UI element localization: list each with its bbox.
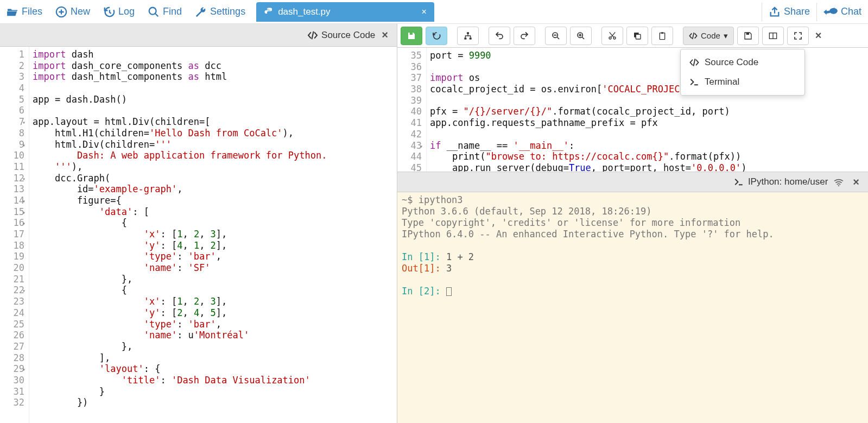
dropdown-source-code[interactable]: Source Code xyxy=(681,53,804,72)
save-icon xyxy=(407,31,416,40)
terminal-line: Python 3.6.6 (default, Sep 12 2018, 18:2… xyxy=(402,206,864,217)
terminal-icon xyxy=(689,78,699,86)
terminal-cursor xyxy=(446,287,452,296)
code-dropdown-button[interactable]: Code ▾ xyxy=(683,27,734,45)
find-label: Find xyxy=(163,6,182,17)
split-button[interactable] xyxy=(762,27,784,45)
settings-button[interactable]: Settings xyxy=(188,3,252,21)
history-icon xyxy=(103,6,115,18)
zoom-in-icon xyxy=(576,31,585,40)
zoom-out-icon xyxy=(552,31,560,40)
terminal-close-icon[interactable]: × xyxy=(850,176,863,188)
left-panel-close-icon[interactable]: × xyxy=(378,29,391,41)
caret-down-icon: ▾ xyxy=(724,31,728,41)
left-code-body[interactable]: import dashimport dash_core_components a… xyxy=(29,47,397,423)
save-icon xyxy=(744,31,752,40)
share-label: Share xyxy=(784,6,810,17)
svg-rect-3 xyxy=(467,32,469,34)
chat-icon xyxy=(823,6,838,18)
tab-filename: dash_test.py xyxy=(278,7,330,17)
svg-rect-13 xyxy=(661,32,663,34)
file-tab[interactable]: dash_test.py × xyxy=(256,2,434,22)
left-editor-panel: Source Code × 1234567▾89▾101112▾1314▾15▾… xyxy=(0,24,397,423)
chat-button[interactable]: Chat xyxy=(816,3,868,21)
sitemap-icon xyxy=(464,31,472,40)
new-button[interactable]: New xyxy=(49,3,97,21)
svg-rect-12 xyxy=(660,33,664,39)
svg-rect-4 xyxy=(464,37,466,39)
svg-point-2 xyxy=(829,8,838,14)
wrench-icon xyxy=(195,6,207,18)
plus-circle-icon xyxy=(55,6,67,18)
expand-icon xyxy=(794,31,802,40)
svg-rect-5 xyxy=(470,37,472,39)
files-button[interactable]: Files xyxy=(0,3,49,21)
code-icon xyxy=(307,31,318,40)
terminal-title: IPython: home/user xyxy=(734,176,828,187)
python-icon xyxy=(264,7,274,17)
svg-rect-11 xyxy=(636,34,641,39)
timetravel-button[interactable] xyxy=(426,27,447,45)
terminal-line: IPython 6.4.0 -- An enhanced Interactive… xyxy=(402,229,864,240)
cut-button[interactable] xyxy=(601,27,623,45)
redo-button[interactable] xyxy=(514,27,535,45)
code-icon xyxy=(689,58,699,67)
terminal-line: ~$ ipython3 xyxy=(402,194,864,206)
redo-icon xyxy=(520,31,529,40)
search-icon xyxy=(148,6,160,18)
chat-label: Chat xyxy=(841,6,861,17)
right-gutter: 353637383940414243▾4445 xyxy=(397,48,427,172)
new-label: New xyxy=(71,6,90,17)
terminal-header: IPython: home/user × xyxy=(397,172,868,192)
files-label: Files xyxy=(22,6,42,17)
paste-icon xyxy=(658,31,667,40)
paste-button[interactable] xyxy=(651,27,673,45)
undo-button[interactable] xyxy=(489,27,510,45)
code-dropdown-menu: Source Code Terminal xyxy=(680,49,805,96)
left-gutter: 1234567▾89▾101112▾1314▾15▾16▾17181920212… xyxy=(0,47,29,423)
terminal-icon xyxy=(734,178,744,186)
code-dd-label: Code xyxy=(701,31,720,40)
log-label: Log xyxy=(118,6,135,17)
cut-icon xyxy=(608,31,617,40)
code-icon xyxy=(689,32,698,40)
settings-label: Settings xyxy=(210,6,245,17)
terminal-out-line: Out[1]: 3 xyxy=(402,263,864,274)
copy-button[interactable] xyxy=(626,27,648,45)
wifi-icon xyxy=(833,178,844,186)
tab-close-icon[interactable]: × xyxy=(422,7,427,17)
left-panel-header: Source Code × xyxy=(0,24,397,47)
svg-rect-14 xyxy=(746,33,749,35)
log-button[interactable]: Log xyxy=(97,3,141,21)
history-icon xyxy=(432,31,441,40)
save-view-button[interactable] xyxy=(737,27,759,45)
svg-point-16 xyxy=(838,185,839,186)
right-panel: Code ▾ × Source Code Termi xyxy=(397,24,868,423)
terminal-in-line: In [1]: 1 + 2 xyxy=(402,251,864,263)
svg-point-1 xyxy=(149,7,156,14)
zoom-out-button[interactable] xyxy=(545,27,567,45)
zoom-in-button[interactable] xyxy=(570,27,592,45)
right-toolbar: Code ▾ × Source Code Termi xyxy=(397,24,868,48)
save-button[interactable] xyxy=(401,27,422,45)
fullscreen-button[interactable] xyxy=(787,27,809,45)
copy-icon xyxy=(633,31,642,40)
undo-icon xyxy=(495,31,504,40)
split-icon xyxy=(769,31,777,40)
find-button[interactable]: Find xyxy=(141,3,188,21)
share-icon xyxy=(769,6,781,18)
terminal-in-line: In [2]: xyxy=(402,286,864,297)
dropdown-terminal[interactable]: Terminal xyxy=(681,72,804,92)
left-panel-title: Source Code xyxy=(307,30,375,41)
terminal-line: Type 'copyright', 'credits' or 'license'… xyxy=(402,217,864,229)
top-nav: Files New Log Find Settings dash_test.py… xyxy=(0,0,868,24)
left-code-editor[interactable]: 1234567▾89▾101112▾1314▾15▾16▾17181920212… xyxy=(0,47,397,423)
share-button[interactable]: Share xyxy=(762,3,816,21)
sitemap-button[interactable] xyxy=(457,27,479,45)
terminal-body[interactable]: ~$ ipython3 Python 3.6.6 (default, Sep 1… xyxy=(397,192,868,423)
folder-open-icon xyxy=(7,7,18,17)
right-panel-close-icon[interactable]: × xyxy=(812,29,825,42)
